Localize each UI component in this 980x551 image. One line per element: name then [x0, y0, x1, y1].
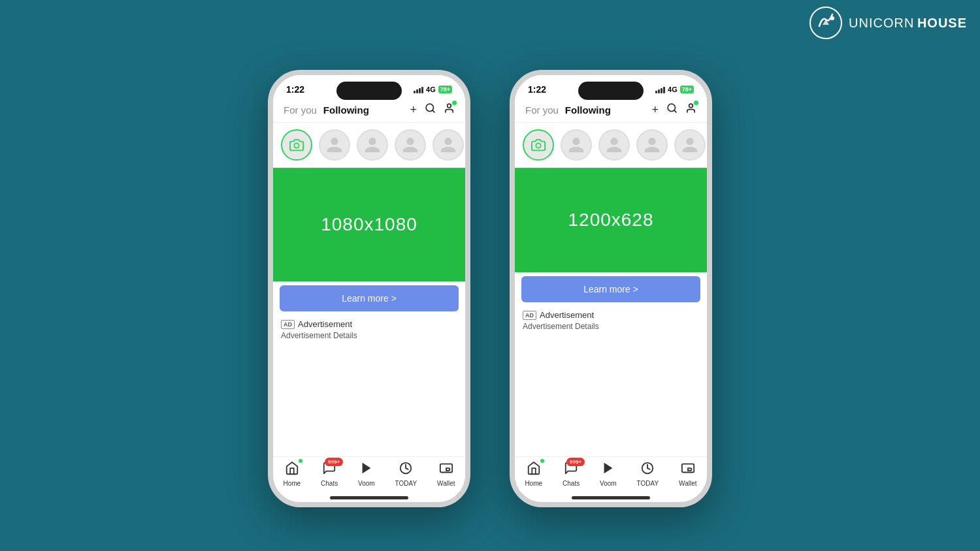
home-icon-2 [527, 461, 541, 479]
svg-marker-6 [362, 463, 370, 474]
wallet-icon-1 [439, 461, 453, 479]
tab-following-1[interactable]: Following [323, 104, 369, 116]
ad-label-row-2: AD Advertisement [523, 310, 699, 320]
nav-today-2[interactable]: TODAY [637, 461, 659, 487]
ad-dimensions-1: 1080x1080 [321, 214, 417, 235]
status-icons-2: 4G 78+ [655, 86, 694, 93]
plus-icon-2[interactable]: + [651, 103, 659, 117]
dynamic-island-2 [578, 82, 644, 100]
bottom-nav-1: Home 999+ Chats [273, 456, 465, 492]
chats-badge-2: 999+ [566, 458, 585, 466]
tab-for-you-1[interactable]: For you [284, 104, 317, 116]
home-indicator-1 [330, 496, 408, 499]
nav-chats-2[interactable]: 999+ Chats [563, 461, 580, 487]
chats-badge-1: 999+ [325, 458, 343, 466]
phone-1-screen: 1:22 4G 78+ For you Following + [273, 75, 465, 502]
today-icon-1 [399, 461, 413, 479]
story-2-2[interactable] [598, 129, 630, 161]
brand-icon [809, 7, 842, 39]
nav-tabs-1: For you Following + [273, 97, 465, 123]
story-avatar-2-1 [561, 129, 592, 161]
nav-voom-1[interactable]: Voom [358, 461, 375, 487]
nav-home-2[interactable]: Home [525, 461, 542, 487]
ad-image-1: 1080x1080 [273, 168, 465, 281]
story-2-4[interactable] [674, 129, 706, 161]
plus-icon-1[interactable]: + [410, 103, 417, 117]
nav-tabs-2: For you Following + [515, 97, 707, 123]
story-2-1[interactable] [561, 129, 592, 161]
profile-icon-1[interactable] [444, 102, 455, 117]
stories-row-1 [273, 123, 465, 168]
profile-icon-2[interactable] [685, 102, 696, 117]
svg-line-3 [433, 110, 434, 112]
nav-home-1[interactable]: Home [283, 461, 301, 487]
learn-more-btn-2[interactable]: Learn more > [521, 276, 700, 302]
ad-title-2: Advertisement [540, 310, 594, 320]
home-indicator-2 [572, 496, 650, 499]
chats-icon-1: 999+ [322, 461, 336, 479]
ad-badge-1: AD [281, 320, 295, 329]
ad-info-1: AD Advertisement Advertisement Details [273, 315, 465, 343]
story-1-2[interactable] [357, 129, 388, 161]
stories-row-2 [515, 123, 707, 168]
home-dot-2 [540, 459, 544, 463]
brand-name: unicorn HouSe [849, 16, 967, 31]
home-icon-1 [285, 461, 299, 479]
dynamic-island-1 [336, 82, 402, 100]
nav-wallet-label-2: Wallet [679, 480, 696, 487]
story-camera-2[interactable] [523, 129, 554, 161]
bottom-nav-2: Home 999+ Chats [515, 456, 707, 492]
nav-wallet-label-1: Wallet [437, 480, 455, 487]
story-1-1[interactable] [319, 129, 350, 161]
voom-icon-1 [359, 461, 374, 479]
story-1-3[interactable] [395, 129, 426, 161]
ad-image-2: 1200x628 [515, 168, 707, 272]
nav-today-label-1: TODAY [395, 480, 417, 487]
nav-home-label-2: Home [525, 480, 542, 487]
profile-dot-1 [452, 101, 457, 105]
brand-logo: unicorn HouSe [809, 7, 967, 39]
svg-point-12 [536, 143, 540, 148]
learn-more-btn-1[interactable]: Learn more > [280, 285, 459, 311]
signal-bars-1 [414, 86, 423, 93]
svg-point-5 [294, 143, 299, 148]
ad-label-row-1: AD Advertisement [281, 319, 457, 329]
nav-wallet-2[interactable]: Wallet [679, 461, 696, 487]
story-camera-1[interactable] [281, 129, 312, 161]
wallet-icon-2 [681, 461, 695, 479]
phones-container: 1:22 4G 78+ For you Following + [268, 70, 712, 507]
nav-chats-1[interactable]: 999+ Chats [321, 461, 338, 487]
search-icon-1[interactable] [425, 102, 436, 117]
story-2-3[interactable] [636, 129, 668, 161]
story-1-4[interactable] [433, 129, 464, 161]
search-icon-2[interactable] [666, 102, 678, 117]
phone-2: 1:22 4G 78+ For you Following + [510, 70, 712, 507]
phone-2-screen: 1:22 4G 78+ For you Following + [515, 75, 707, 502]
story-avatar-1-4 [433, 129, 464, 161]
time-1: 1:22 [286, 84, 304, 95]
nav-wallet-1[interactable]: Wallet [437, 461, 455, 487]
story-avatar-1-3 [395, 129, 426, 161]
nav-today-1[interactable]: TODAY [395, 461, 417, 487]
nav-voom-label-1: Voom [358, 480, 375, 487]
story-avatar-2-3 [636, 129, 668, 161]
tab-following-2[interactable]: Following [565, 104, 611, 116]
story-avatar-2-4 [674, 129, 706, 161]
today-icon-2 [640, 461, 655, 479]
nav-chats-label-2: Chats [563, 480, 580, 487]
svg-line-10 [674, 110, 676, 112]
camera-avatar-2 [523, 129, 554, 161]
story-avatar-2-2 [598, 129, 630, 161]
story-avatar-1-2 [357, 129, 388, 161]
ad-title-1: Advertisement [298, 319, 352, 329]
nav-today-label-2: TODAY [637, 480, 659, 487]
battery-1: 78+ [438, 86, 452, 93]
signal-type-1: 4G [426, 86, 436, 93]
nav-voom-2[interactable]: Voom [600, 461, 617, 487]
voom-icon-2 [601, 461, 615, 479]
nav-tab-icons-1: + [410, 102, 455, 117]
camera-avatar-1 [281, 129, 312, 161]
signal-type-2: 4G [668, 86, 678, 93]
story-avatar-1-1 [319, 129, 350, 161]
tab-for-you-2[interactable]: For you [525, 104, 559, 116]
